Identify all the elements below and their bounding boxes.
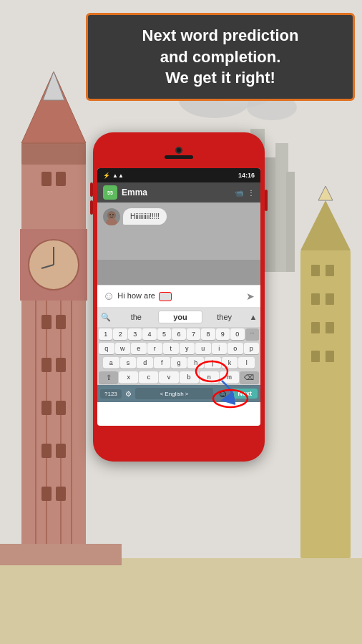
svg-rect-39 (265, 157, 275, 272)
app-icon: 55 (103, 185, 117, 200)
svg-rect-14 (41, 172, 52, 186)
camera (175, 147, 182, 154)
key-dots[interactable]: ··· (245, 328, 259, 340)
svg-marker-29 (318, 186, 333, 200)
svg-rect-23 (56, 444, 66, 458)
key-4[interactable]: 4 (142, 328, 156, 340)
bluetooth-icon: ⚡ (103, 172, 110, 179)
key-6[interactable]: 6 (172, 328, 185, 340)
svg-rect-24 (41, 487, 52, 501)
key-q[interactable]: q (99, 343, 114, 354)
keyboard-bottom-bar: ?123 ⚙ < English > ☺ Next (97, 385, 260, 402)
video-call-icon[interactable]: 📹 (235, 189, 243, 197)
key-o[interactable]: o (228, 343, 243, 354)
key-f[interactable]: f (154, 357, 170, 369)
more-options-icon[interactable]: ⋮ (248, 189, 255, 197)
chat-contact-name: Emma (122, 187, 230, 197)
svg-rect-30 (311, 265, 320, 276)
phone: ⚡ ▲▲ 14:16 55 Emma 📹 ⋮ (93, 132, 265, 462)
key-d[interactable]: d (137, 357, 153, 369)
key-r[interactable]: r (147, 343, 163, 354)
key-h[interactable]: h (187, 357, 204, 369)
key-u[interactable]: u (195, 343, 211, 354)
num-key[interactable]: ?123 (100, 389, 122, 399)
key-2[interactable]: 2 (113, 328, 127, 340)
keyboard-row-3: ⇧ x c v b n m ⌫ (97, 370, 260, 385)
svg-rect-17 (56, 315, 66, 329)
key-x[interactable]: x (119, 371, 138, 384)
key-k[interactable]: k (222, 357, 238, 369)
svg-rect-4 (20, 229, 87, 301)
svg-rect-20 (41, 401, 52, 415)
svg-rect-25 (56, 487, 66, 501)
svg-rect-35 (326, 322, 334, 333)
svg-rect-15 (56, 172, 66, 186)
word-placeholder (159, 292, 172, 301)
svg-rect-19 (56, 358, 66, 372)
key-p[interactable]: p (244, 343, 260, 354)
key-9[interactable]: 9 (216, 328, 230, 340)
key-5[interactable]: 5 (157, 328, 171, 340)
key-y[interactable]: y (180, 343, 195, 354)
prediction-you[interactable]: you (158, 311, 203, 323)
chat-bubble: Hiiiiiiiii!!!!! (123, 208, 167, 225)
key-b[interactable]: b (180, 371, 199, 384)
send-button[interactable]: ➤ (246, 291, 255, 302)
key-v[interactable]: v (159, 371, 178, 384)
keyboard-settings-icon[interactable]: ⚙ (123, 390, 134, 398)
svg-marker-9 (43, 72, 64, 100)
signal-icon: ▲▲ (112, 172, 124, 179)
svg-rect-36 (311, 351, 320, 362)
status-time: 14:16 (238, 172, 255, 179)
svg-rect-18 (41, 358, 52, 372)
svg-point-47 (109, 214, 111, 215)
key-j[interactable]: j (205, 357, 221, 369)
key-g[interactable]: g (171, 357, 187, 369)
svg-rect-16 (41, 315, 52, 329)
prediction-they[interactable]: they (202, 311, 246, 323)
svg-line-7 (41, 265, 54, 268)
key-0[interactable]: 0 (230, 328, 244, 340)
svg-rect-34 (311, 322, 320, 333)
key-l[interactable]: l (238, 357, 255, 369)
backspace-key[interactable]: ⌫ (240, 371, 259, 384)
contact-avatar (103, 208, 120, 225)
key-t[interactable]: t (163, 343, 179, 354)
key-3[interactable]: 3 (128, 328, 142, 340)
svg-rect-37 (326, 351, 334, 362)
message-input-row[interactable]: ☺ Hi how are ➤ (97, 285, 260, 307)
key-1[interactable]: 1 (99, 328, 112, 340)
svg-point-5 (29, 240, 79, 290)
svg-rect-2 (21, 143, 86, 558)
phone-screen: ⚡ ▲▲ 14:16 55 Emma 📹 ⋮ (97, 168, 260, 426)
predictions-expand-icon[interactable]: ▲ (246, 313, 260, 321)
space-key[interactable]: < English > (135, 388, 213, 399)
key-a[interactable]: a (103, 357, 119, 369)
emoji-picker-icon[interactable]: ☺ (103, 290, 114, 303)
svg-rect-41 (286, 172, 295, 272)
key-i[interactable]: i (212, 343, 228, 354)
svg-rect-40 (275, 143, 288, 272)
status-bar: ⚡ ▲▲ 14:16 (97, 168, 260, 182)
key-e[interactable]: e (131, 343, 147, 354)
key-m[interactable]: m (220, 371, 239, 384)
svg-rect-21 (56, 401, 66, 415)
svg-rect-31 (326, 265, 334, 276)
key-w[interactable]: w (115, 343, 131, 354)
shift-key[interactable]: ⇧ (99, 371, 118, 384)
svg-rect-27 (300, 250, 351, 558)
prediction-the[interactable]: the (114, 311, 158, 323)
svg-marker-28 (300, 200, 351, 250)
emoji-keyboard-icon[interactable]: ☺ (215, 388, 230, 399)
chat-spacer (97, 260, 260, 285)
word-predictions-row[interactable]: 🔍 the you they ▲ (97, 307, 260, 327)
message-input[interactable]: Hi how are (117, 291, 243, 301)
key-s[interactable]: s (120, 357, 137, 369)
svg-rect-26 (0, 544, 122, 565)
key-7[interactable]: 7 (187, 328, 200, 340)
svg-rect-32 (311, 293, 320, 305)
key-n[interactable]: n (200, 371, 219, 384)
next-key[interactable]: Next (232, 389, 258, 399)
key-8[interactable]: 8 (201, 328, 215, 340)
key-c[interactable]: c (139, 371, 158, 384)
